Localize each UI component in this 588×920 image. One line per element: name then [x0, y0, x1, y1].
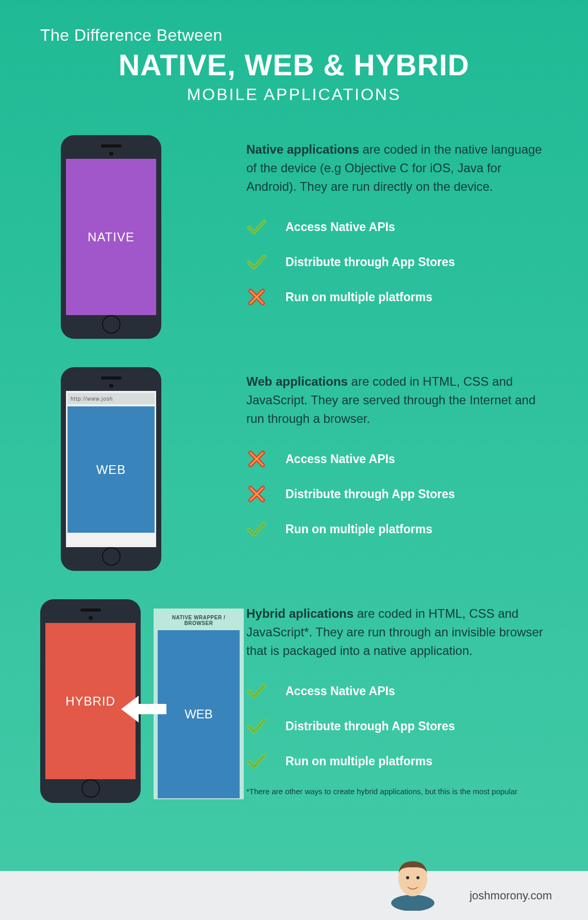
section-web: http://www.josh WEB Web applications are…: [40, 372, 548, 568]
main-title: NATIVE, WEB & HYBRID: [40, 48, 548, 82]
check-icon: [246, 519, 267, 539]
author-avatar-icon: [387, 854, 439, 911]
feature-row: Run on multiple platforms: [246, 751, 548, 771]
phone-screen-native: NATIVE: [66, 159, 156, 315]
check-icon: [246, 681, 267, 701]
desc-bold: Hybrid aplications: [246, 606, 354, 620]
feature-label: Run on multiple platforms: [285, 754, 432, 768]
feature-row: Run on multiple platforms: [246, 287, 548, 307]
feature-row: Distribute through App Stores: [246, 716, 548, 736]
pretitle: The Difference Between: [40, 26, 548, 45]
phone-screen-web: http://www.josh WEB: [66, 391, 156, 547]
svg-point-2: [406, 876, 409, 879]
feature-label: Access Native APIs: [285, 220, 395, 234]
feature-row: Access Native APIs: [246, 449, 548, 469]
phone-web: http://www.josh WEB: [61, 367, 161, 571]
section-hybrid: HYBRID NATIVE WRAPPER / BROWSER WEB Hybr…: [40, 604, 548, 800]
check-icon: [246, 716, 267, 736]
phone-native: NATIVE: [61, 135, 161, 339]
feature-row: Distribute through App Stores: [246, 484, 548, 504]
native-wrapper-box: NATIVE WRAPPER / BROWSER WEB: [154, 609, 244, 799]
desc-bold: Native applications: [246, 142, 359, 156]
feature-label: Distribute through App Stores: [285, 255, 455, 269]
title-block: The Difference Between NATIVE, WEB & HYB…: [40, 26, 548, 104]
feature-label: Run on multiple platforms: [285, 290, 432, 304]
cross-icon: [246, 449, 267, 469]
cross-icon: [246, 484, 267, 504]
footer-site: joshmorony.com: [469, 889, 552, 902]
feature-row: Distribute through App Stores: [246, 252, 548, 272]
cross-icon: [246, 287, 267, 307]
description-web: Web applications are coded in HTML, CSS …: [246, 372, 548, 428]
svg-point-3: [416, 876, 419, 879]
check-icon: [246, 217, 267, 237]
footnote: *There are other ways to create hybrid a…: [246, 786, 548, 797]
check-icon: [246, 252, 267, 272]
description-native: Native applications are coded in the nat…: [246, 140, 548, 196]
wrapper-label: NATIVE WRAPPER / BROWSER: [158, 613, 240, 630]
feature-row: Access Native APIs: [246, 681, 548, 701]
url-bar: http://www.josh: [68, 393, 155, 404]
feature-label: Run on multiple platforms: [285, 522, 432, 536]
web-inner-label: WEB: [68, 406, 155, 533]
arrow-left-icon: [120, 695, 166, 726]
footer: joshmorony.com: [0, 871, 588, 920]
description-hybrid: Hybrid aplications are coded in HTML, CS…: [246, 604, 548, 660]
desc-bold: Web applications: [246, 374, 348, 388]
wrapper-inner: WEB: [158, 630, 240, 798]
section-native: NATIVE Native applications are coded in …: [40, 140, 548, 336]
feature-label: Access Native APIs: [285, 684, 395, 698]
feature-row: Access Native APIs: [246, 217, 548, 237]
feature-label: Access Native APIs: [285, 452, 395, 466]
feature-label: Distribute through App Stores: [285, 719, 455, 733]
feature-label: Distribute through App Stores: [285, 487, 455, 501]
feature-row: Run on multiple platforms: [246, 519, 548, 539]
check-icon: [246, 751, 267, 771]
subtitle: MOBILE APPLICATIONS: [40, 85, 548, 104]
